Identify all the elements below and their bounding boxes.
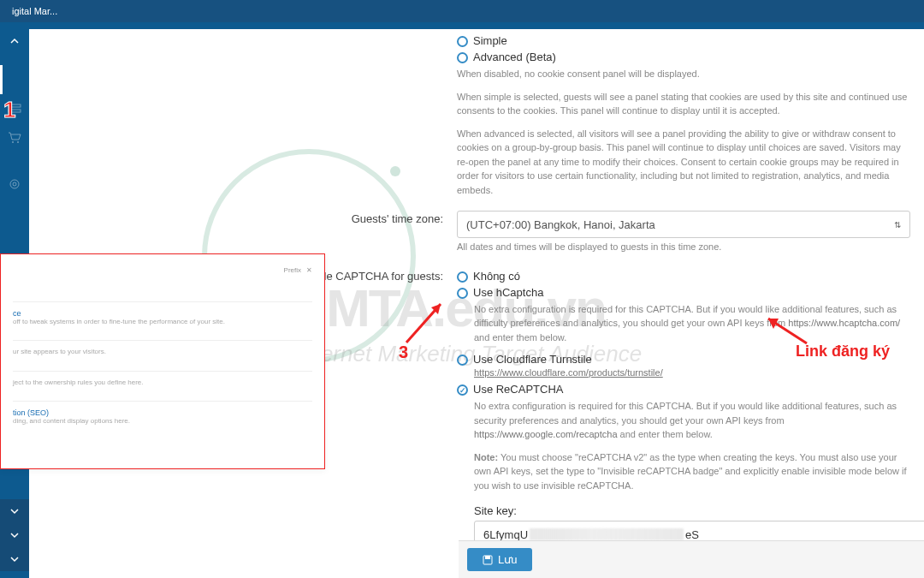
site-key-label: Site key: xyxy=(457,499,910,521)
radio-icon-checked xyxy=(457,384,468,396)
overlay-item[interactable]: ce off to tweak systems in order to fine… xyxy=(13,301,312,340)
radio-icon xyxy=(457,288,468,299)
svg-point-5 xyxy=(13,182,16,186)
radio-icon xyxy=(457,52,468,63)
recaptcha-note: Note: You must choose "reCAPTCHA v2" as … xyxy=(457,449,910,500)
sidebar-collapse-toggle[interactable] xyxy=(0,31,29,51)
svg-point-3 xyxy=(17,141,19,143)
timezone-select[interactable]: (UTC+07:00) Bangkok, Hanoi, Jakarta ⇅ xyxy=(457,211,910,238)
turnstile-link[interactable]: https://www.cloudflare.com/products/turn… xyxy=(474,367,663,378)
annotation-number-3: 3 xyxy=(399,343,408,362)
app-header-strip xyxy=(0,22,924,29)
overlay-prefix-label: Prefix xyxy=(284,266,301,274)
captcha-option-none[interactable]: Không có xyxy=(457,268,910,284)
sidebar-section-toggle-2[interactable] xyxy=(0,523,29,547)
browser-tab-bar: igital Mar... xyxy=(0,0,924,22)
captcha-option-recaptcha[interactable]: Use ReCAPTCHA xyxy=(457,381,910,397)
save-bar: Lưu xyxy=(459,540,924,578)
redacted-text xyxy=(530,528,684,540)
sidebar-section-toggle-3[interactable] xyxy=(0,547,29,571)
sidebar-nav-item-1[interactable] xyxy=(0,65,29,94)
overlay-item[interactable]: ur site appears to your visitors. xyxy=(13,340,312,370)
sidebar-nav-item-cart[interactable] xyxy=(0,123,29,152)
sidebar-section-toggle-1[interactable] xyxy=(0,499,29,523)
hcaptcha-link[interactable]: https://www.hcaptcha.com/ xyxy=(788,318,900,328)
close-icon[interactable]: ✕ xyxy=(306,266,312,274)
help-text: When advanced is selected, all visitors … xyxy=(457,125,910,205)
svg-point-2 xyxy=(12,141,14,143)
annotation-link-label: Link đăng ký xyxy=(796,343,890,361)
select-caret-icon: ⇅ xyxy=(894,220,901,229)
cookie-option-advanced[interactable]: Advanced (Beta) xyxy=(457,49,910,65)
cookie-option-simple[interactable]: Simple xyxy=(457,33,910,49)
help-text: When simple is selected, guests will see… xyxy=(457,88,910,125)
save-button[interactable]: Lưu xyxy=(467,548,532,571)
radio-icon xyxy=(457,355,468,366)
help-text: When disabled, no cookie consent panel w… xyxy=(457,65,910,88)
overlay-item[interactable]: ject to the ownership rules you define h… xyxy=(13,371,312,401)
radio-icon xyxy=(457,271,468,283)
annotation-number-1: 1 xyxy=(3,97,15,123)
overlay-item[interactable]: tion (SEO) ding, and content display opt… xyxy=(13,401,312,439)
captcha-option-hcaptcha[interactable]: Use hCaptcha xyxy=(457,284,910,301)
help-text: All dates and times will be displayed to… xyxy=(457,238,910,261)
sidebar-nav-item-gear[interactable] xyxy=(0,170,29,199)
svg-rect-7 xyxy=(485,556,490,559)
radio-icon xyxy=(457,36,468,47)
overlay-settings-panel: Prefix ✕ ce off to tweak systems in orde… xyxy=(0,253,325,469)
svg-point-4 xyxy=(10,180,19,188)
recaptcha-link[interactable]: https://www.google.com/recaptcha xyxy=(474,429,618,439)
save-icon xyxy=(483,555,493,565)
browser-tab[interactable]: igital Mar... xyxy=(5,3,64,20)
help-text: No extra configuration is required for t… xyxy=(457,397,910,449)
